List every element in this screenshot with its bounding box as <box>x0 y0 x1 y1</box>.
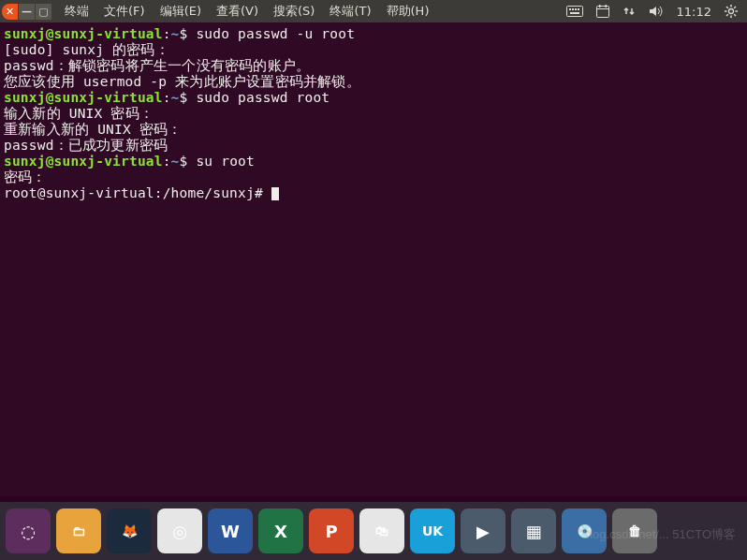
system-tray: 11:12 <box>566 5 745 19</box>
dock-app-files[interactable]: 🗀 <box>56 508 101 553</box>
svg-line-16 <box>734 14 736 16</box>
terminal-line: root@sunxj-virtual:/home/sunxj# <box>4 185 743 201</box>
dock-app-workspace[interactable]: ▦ <box>511 508 556 553</box>
menu-terminal-label[interactable]: 终端 <box>59 3 95 20</box>
menu-edit[interactable]: 编辑(E) <box>154 3 207 20</box>
command-text: sudo passwd root <box>196 90 330 105</box>
dock-app-software-center[interactable]: 🛍 <box>359 508 404 553</box>
terminal-line: sunxj@sunxj-virtual:~$ su root <box>4 154 743 169</box>
svg-rect-1 <box>569 8 571 10</box>
keyboard-icon[interactable] <box>566 6 583 17</box>
player-icon: ▶ <box>476 522 490 541</box>
terminal-line: sunxj@sunxj-virtual:~$ sudo passwd root <box>4 90 743 106</box>
volume-icon[interactable] <box>649 5 664 18</box>
firefox-icon: 🦊 <box>122 523 138 538</box>
menu-help[interactable]: 帮助(H) <box>381 3 435 20</box>
dock-app-player[interactable]: ▶ <box>461 508 505 553</box>
prompt-path: ~ <box>171 154 180 169</box>
menubar: ✕ — ▢ 终端 文件(F) 编辑(E) 查看(V) 搜索(S) 终端(T) 帮… <box>0 0 747 22</box>
svg-rect-2 <box>572 8 574 10</box>
word-icon: W <box>221 522 240 541</box>
prompt-user: sunxj@sunxj-virtual <box>4 154 163 169</box>
terminal-line: [sudo] sunxj 的密码： <box>4 42 743 58</box>
terminal-line: sunxj@sunxj-virtual:~$ sudo passwd -u ro… <box>4 26 743 42</box>
menu-search[interactable]: 搜索(S) <box>268 3 320 20</box>
svg-rect-6 <box>596 7 608 18</box>
calendar-icon[interactable] <box>596 5 609 18</box>
terminal-line: 输入新的 UNIX 密码： <box>4 106 743 122</box>
dock-app-firefox[interactable]: 🦊 <box>107 508 152 553</box>
powerpoint-icon: P <box>325 522 337 541</box>
software-center-icon: 🛍 <box>375 523 388 538</box>
menu-terminal[interactable]: 终端(T) <box>324 3 376 20</box>
svg-rect-0 <box>566 7 582 17</box>
watermark: blog.csdn.net/... 51CTO博客 <box>583 526 736 543</box>
command-text: su root <box>196 154 255 169</box>
terminal-line: passwd：已成功更新密码 <box>4 138 743 154</box>
root-prompt: root@sunxj-virtual:/home/sunxj# <box>4 185 271 200</box>
ubuntu-launcher-icon: ◌ <box>21 522 36 541</box>
terminal-line: 密码： <box>4 169 743 185</box>
terminal-line: passwd：解锁密码将产生一个没有密码的账户。 <box>4 58 743 74</box>
workspace-icon: ▦ <box>525 522 541 541</box>
network-icon[interactable] <box>622 5 636 18</box>
prompt-user: sunxj@sunxj-virtual <box>4 90 163 105</box>
prompt-path: ~ <box>171 90 180 105</box>
terminal[interactable]: sunxj@sunxj-virtual:~$ sudo passwd -u ro… <box>0 22 747 496</box>
dock-app-chromium[interactable]: ◎ <box>157 508 202 553</box>
svg-rect-3 <box>575 8 577 10</box>
svg-rect-5 <box>570 12 579 14</box>
chromium-icon: ◎ <box>172 522 187 541</box>
excel-icon: X <box>274 522 287 541</box>
dock-app-excel[interactable]: X <box>258 508 303 553</box>
ubuntu-kylin-icon: UK <box>422 523 443 538</box>
minimize-icon[interactable]: — <box>19 4 35 20</box>
svg-rect-9 <box>605 5 607 7</box>
dock-app-powerpoint[interactable]: P <box>309 508 354 553</box>
svg-line-17 <box>726 14 728 16</box>
dock-app-ubuntu-launcher[interactable]: ◌ <box>6 508 51 553</box>
svg-rect-8 <box>599 5 601 7</box>
cursor <box>271 187 279 200</box>
dock-app-word[interactable]: W <box>208 508 253 553</box>
app-menus: 终端 文件(F) 编辑(E) 查看(V) 搜索(S) 终端(T) 帮助(H) <box>59 3 434 20</box>
clock[interactable]: 11:12 <box>677 5 711 19</box>
menu-view[interactable]: 查看(V) <box>211 3 264 20</box>
window-controls: ✕ — ▢ <box>2 4 51 20</box>
dock-app-ubuntu-kylin[interactable]: UK <box>410 508 455 553</box>
menu-file[interactable]: 文件(F) <box>98 3 151 20</box>
gear-icon[interactable] <box>725 5 738 18</box>
svg-line-15 <box>726 7 728 8</box>
terminal-line: 重新输入新的 UNIX 密码： <box>4 122 743 138</box>
command-text: sudo passwd -u root <box>196 26 355 41</box>
files-icon: 🗀 <box>72 523 85 538</box>
close-icon[interactable]: ✕ <box>2 4 18 20</box>
prompt-user: sunxj@sunxj-virtual <box>4 26 163 41</box>
maximize-icon[interactable]: ▢ <box>36 4 51 20</box>
svg-line-18 <box>734 7 736 8</box>
prompt-path: ~ <box>171 26 180 41</box>
svg-rect-4 <box>578 8 579 10</box>
svg-point-10 <box>729 9 734 14</box>
terminal-line: 您应该使用 usermod -p 来为此账户设置密码并解锁。 <box>4 74 743 90</box>
